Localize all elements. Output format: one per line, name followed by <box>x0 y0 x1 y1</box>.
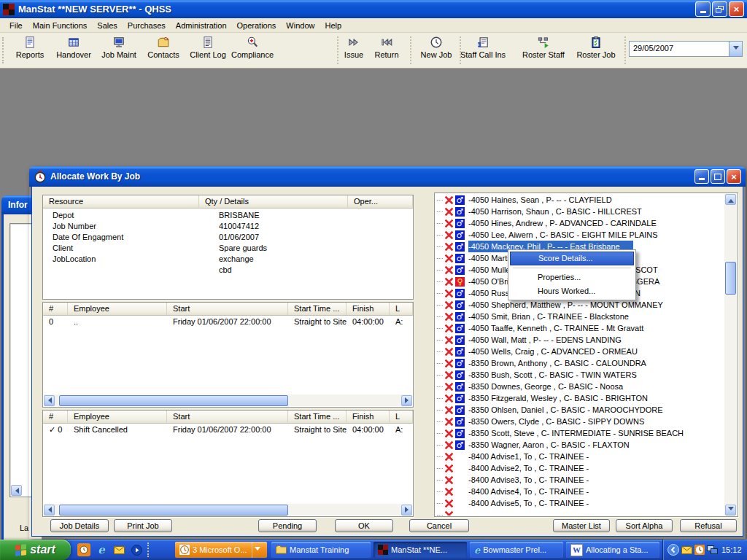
dialog-maximize-button[interactable] <box>711 169 725 184</box>
start-button[interactable]: start <box>0 540 71 560</box>
context-menu-item[interactable]: Properties... <box>510 271 634 284</box>
ok-button[interactable]: OK <box>335 519 393 532</box>
scrollbar-thumb[interactable] <box>59 395 288 406</box>
pending-button[interactable]: Pending <box>258 519 317 532</box>
column-header[interactable]: Employee <box>68 411 167 424</box>
employee-item[interactable]: ♂-4050 Lee, Aiwern , C- BASIC - EIGHT MI… <box>436 229 724 241</box>
menu-operations[interactable]: Operations <box>232 20 282 31</box>
quick-launch-mail-icon[interactable] <box>112 543 125 556</box>
column-header[interactable]: Finish <box>347 411 390 424</box>
refusal-button[interactable]: Refusal <box>680 519 737 532</box>
employee-item[interactable]: ♂-8350 Ohlsen, Daniel , C- BASIC - MAROO… <box>436 404 724 416</box>
taskbar-group-microsoft-office[interactable]: 3 Microsoft O... <box>175 542 267 558</box>
scroll-right-button[interactable] <box>401 395 412 406</box>
resource-row[interactable]: ClientSpare guards <box>43 243 413 254</box>
menu-help[interactable]: Help <box>320 20 347 31</box>
close-button[interactable]: × <box>729 1 744 17</box>
column-header[interactable]: Start Time ... <box>288 411 347 424</box>
column-header[interactable]: Oper... <box>348 195 413 209</box>
scroll-left-button[interactable] <box>44 395 55 406</box>
employee-item[interactable]: ♂-8350 Owers, Clyde , C- BASIC - SIPPY D… <box>436 416 724 427</box>
menu-main-functions[interactable]: Main Functions <box>28 20 93 31</box>
employee-item[interactable]: ♂-8350 Scott, Steve , C- INTERMEDIATE - … <box>436 427 724 439</box>
menu-purchases[interactable]: Purchases <box>123 20 171 31</box>
toolbar-staff-call-ins-button[interactable]: Staff Call Ins <box>457 36 509 65</box>
employee-item[interactable]: ♂-8350 Downes, George , C- BASIC - Noosa <box>436 381 724 392</box>
horizontal-scrollbar[interactable] <box>44 504 412 516</box>
column-header[interactable]: Start <box>167 303 288 316</box>
print-job-button[interactable]: Print Job <box>114 519 172 532</box>
context-menu-item[interactable]: Score Details... <box>510 252 634 265</box>
menu-administration[interactable]: Administration <box>171 20 232 31</box>
quick-launch-clock-icon[interactable] <box>77 543 90 556</box>
column-header[interactable]: Resource <box>43 195 199 209</box>
taskbar-manstat-active[interactable]: ManStat **NE... <box>374 542 467 558</box>
column-header[interactable]: Finish <box>347 303 390 316</box>
horizontal-scrollbar[interactable] <box>44 394 412 406</box>
menu-sales[interactable]: Sales <box>92 20 123 31</box>
employee-item[interactable]: ♂-8350 Bush, Scott , C- BASIC - TWIN WAT… <box>436 369 724 381</box>
employee-item[interactable]: ♂-8350 Fitzgerald, Wesley , C- BASIC - B… <box>436 392 724 404</box>
scrollbar-thumb[interactable] <box>59 505 288 516</box>
employee-item[interactable]: -8400 Advise5, To , C- TRAINEE - <box>436 497 724 509</box>
scroll-right-button[interactable] <box>401 505 412 516</box>
column-header[interactable]: Qty / Details <box>199 195 348 209</box>
toolbar-issue-button[interactable]: Issue <box>341 36 366 65</box>
employee-item[interactable]: -8400 Advise3, To , C- TRAINEE - <box>436 474 724 486</box>
job-details-button[interactable]: Job Details <box>50 519 109 532</box>
scroll-left-button[interactable] <box>44 505 55 516</box>
employee-item[interactable]: ♂-4050 Harrison, Shaun , C- BASIC - HILL… <box>436 206 724 217</box>
quick-launch-ie-icon[interactable]: e <box>95 543 108 556</box>
column-header[interactable]: # <box>43 303 68 316</box>
restore-button[interactable] <box>712 1 727 17</box>
employee-item[interactable]: ♂-4050 Taaffe, Kenneth , C- TRAINEE - Mt… <box>436 322 724 334</box>
employee-item[interactable]: ♂-4050 Shepherd, Matthew , P- -- - MOUNT… <box>436 299 724 311</box>
table-row[interactable]: ✓ 0Shift CancelledFriday 01/06/2007 22:0… <box>43 424 413 435</box>
column-header[interactable]: # <box>43 411 68 424</box>
scroll-left-button[interactable] <box>11 485 22 496</box>
cancel-button[interactable]: Cancel <box>409 519 469 532</box>
tray-mail-icon[interactable] <box>681 546 692 554</box>
quick-launch-media-player-icon[interactable] <box>130 543 143 556</box>
employee-item[interactable]: -8400 Advise1, To , C- TRAINEE - <box>436 451 724 462</box>
date-combobox[interactable]: 29/05/2007 <box>629 41 743 57</box>
employee-item[interactable] <box>436 509 724 516</box>
employee-item[interactable]: ♂-4050 Wall, Matt , P- -- - EDENS LANDIN… <box>436 334 724 346</box>
toolbar-reports-button[interactable]: Reports <box>12 36 48 65</box>
menu-file[interactable]: File <box>4 20 28 31</box>
context-menu-item[interactable]: Hours Worked... <box>510 284 634 298</box>
menu-window[interactable]: Window <box>281 20 320 31</box>
employee-item[interactable]: ♂-8350 Brown, Anthony , C- BASIC - CALOU… <box>436 357 724 369</box>
column-header[interactable]: Employee <box>68 303 167 316</box>
toolbar-job-maint-button[interactable]: Job Maint <box>98 36 140 65</box>
toolbar-roster-job-button[interactable]: Roster Job <box>573 36 619 65</box>
column-header[interactable]: Start Time ... <box>288 303 347 316</box>
tray-network-icon[interactable] <box>707 545 718 555</box>
dialog-close-button[interactable]: × <box>727 169 741 184</box>
employee-item[interactable]: -8400 Advise4, To , C- TRAINEE - <box>436 486 724 497</box>
group-dropdown-icon[interactable] <box>252 542 263 558</box>
employee-item[interactable]: ♂-8350 Wagner, Aaron , C- BASIC - FLAXTO… <box>436 439 724 451</box>
resource-row[interactable]: JobLocationexchange <box>43 254 413 265</box>
taskbar-manstat-training[interactable]: Manstat Training <box>271 542 371 558</box>
dialog-minimize-button[interactable] <box>694 169 709 184</box>
master-list-button[interactable]: Master List <box>553 519 610 532</box>
toolbar-compliance-button[interactable]: Compliance <box>229 36 276 65</box>
table-row[interactable]: 0..Friday 01/06/2007 22:00:00Straight to… <box>43 316 413 327</box>
minimize-button[interactable] <box>695 1 711 17</box>
scroll-down-button[interactable] <box>725 505 736 516</box>
toolbar-handover-button[interactable]: Handover <box>53 36 95 65</box>
tray-collapse-chevron-icon[interactable] <box>667 544 679 556</box>
sort-alpha-button[interactable]: Sort Alpha <box>616 519 673 532</box>
scrollbar-thumb[interactable] <box>725 262 736 295</box>
resource-row[interactable]: Job Number410047412 <box>43 221 413 232</box>
toolbar-client-log-button[interactable]: Client Log <box>187 36 229 65</box>
taskbar-bowmaster[interactable]: e Bowmaster Prel... <box>470 542 563 558</box>
taskbar-word-document[interactable]: W Allocating a Sta... <box>566 542 659 558</box>
toolbar-new-job-button[interactable]: New Job <box>417 36 455 65</box>
resource-row[interactable]: DepotBRISBANE <box>43 210 413 221</box>
column-header[interactable]: L <box>390 303 413 316</box>
toolbar-return-button[interactable]: Return <box>371 36 403 65</box>
employee-item[interactable]: -8400 Advise2, To , C- TRAINEE - <box>436 462 724 474</box>
employee-item[interactable]: ♂-4050 Wells, Craig , C- ADVANCED - ORME… <box>436 346 724 357</box>
